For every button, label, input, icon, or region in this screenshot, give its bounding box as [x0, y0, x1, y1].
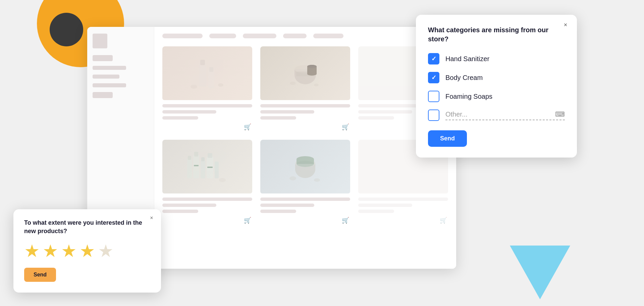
star-5[interactable]: ★	[98, 242, 114, 260]
svg-rect-3	[209, 67, 213, 72]
svg-point-4	[191, 85, 197, 89]
checkbox-row-foaming-soaps: Foaming Soaps	[428, 91, 565, 102]
svg-rect-25	[215, 162, 219, 178]
product-image-1	[162, 46, 252, 100]
product-price-line-6	[358, 210, 394, 213]
svg-rect-17	[187, 158, 192, 178]
categories-popup: × What categories are missing from our s…	[416, 15, 577, 158]
product-title-line-4	[162, 198, 252, 201]
svg-rect-1	[200, 60, 205, 65]
product-image-4	[162, 140, 252, 193]
checkbox-hand-sanitizer[interactable]	[428, 53, 439, 64]
add-to-cart-icon-5[interactable]: 🛒	[341, 216, 350, 225]
sidebar-logo-placeholder	[93, 34, 107, 48]
svg-rect-19	[193, 155, 199, 178]
star-1[interactable]: ★	[24, 242, 40, 260]
svg-rect-21	[201, 160, 205, 178]
product-subtitle-line-4	[162, 204, 216, 207]
svg-point-28	[219, 178, 226, 182]
store-main: 🛒	[154, 27, 456, 269]
add-to-cart-icon-6[interactable]: 🛒	[439, 216, 448, 225]
product-image-5	[260, 140, 350, 193]
svg-rect-24	[208, 153, 212, 158]
product-image-2	[260, 46, 350, 100]
keyboard-icon: ⌨	[555, 110, 565, 118]
other-input-wrap: Other... ⌨	[445, 110, 565, 120]
svg-rect-18	[188, 156, 191, 160]
svg-point-5	[218, 83, 223, 87]
star-3[interactable]: ★	[61, 242, 77, 260]
product-price-line-1	[162, 116, 198, 120]
other-option-row: Other... ⌨	[428, 110, 565, 121]
topbar-pill-3	[243, 34, 276, 38]
product-card-5: 🛒	[260, 140, 350, 225]
product-subtitle-line-2	[260, 110, 314, 114]
decorative-circle-inner	[50, 13, 83, 46]
product-title-line-6	[358, 198, 448, 201]
sidebar-item-1	[93, 55, 113, 61]
sidebar-item-3	[93, 75, 119, 79]
add-to-cart-icon-4[interactable]: 🛒	[243, 216, 252, 225]
product-price-line-3	[358, 116, 394, 120]
add-to-cart-icon-2[interactable]: 🛒	[341, 122, 350, 132]
rating-popup: × To what extent were you interested in …	[13, 209, 161, 293]
product-title-line-1	[162, 104, 252, 107]
checkbox-label-foaming-soaps: Foaming Soaps	[445, 93, 492, 100]
checkbox-label-hand-sanitizer: Hand Sanitizer	[445, 55, 489, 63]
checkbox-label-body-cream: Body Cream	[445, 74, 483, 82]
product-subtitle-line-3	[358, 110, 412, 114]
svg-rect-0	[199, 63, 206, 87]
topbar-pill-2	[209, 34, 236, 38]
svg-point-12	[314, 84, 319, 86]
product-card-4: 🛒	[162, 140, 252, 225]
product-price-line-4	[162, 210, 198, 213]
categories-popup-title: What categories are missing from our sto…	[428, 26, 565, 44]
decorative-triangle	[510, 246, 570, 299]
categories-popup-close[interactable]: ×	[561, 20, 570, 30]
sidebar-item-2	[93, 66, 126, 70]
rating-popup-close[interactable]: ×	[148, 214, 156, 222]
checkbox-body-cream[interactable]	[428, 72, 439, 83]
product-title-line-5	[260, 198, 350, 201]
sidebar-item-4	[93, 83, 126, 87]
topbar-pill-1	[162, 34, 203, 38]
checkbox-row-body-cream: Body Cream	[428, 72, 565, 83]
rating-send-button[interactable]: Send	[24, 268, 56, 282]
checkbox-other[interactable]	[428, 110, 439, 121]
product-card-1: 🛒	[162, 46, 252, 132]
add-to-cart-icon-1[interactable]: 🛒	[243, 122, 252, 132]
product-title-line-2	[260, 104, 350, 107]
star-4[interactable]: ★	[79, 242, 95, 260]
svg-rect-22	[201, 157, 205, 161]
product-subtitle-line-6	[358, 204, 412, 207]
svg-rect-26	[194, 165, 199, 166]
product-card-2: 🛒	[260, 46, 350, 132]
product-subtitle-line-5	[260, 204, 314, 207]
sidebar-item-5	[93, 92, 113, 98]
stars-rating-row[interactable]: ★ ★ ★ ★ ★	[24, 242, 150, 260]
svg-point-16	[307, 65, 317, 68]
product-subtitle-line-1	[162, 110, 216, 114]
svg-point-36	[314, 178, 320, 182]
svg-point-35	[289, 176, 296, 180]
svg-rect-2	[208, 70, 214, 88]
other-input-placeholder[interactable]: Other...	[445, 111, 468, 118]
svg-point-34	[297, 161, 314, 167]
topbar-pill-4	[283, 34, 307, 38]
topbar-pill-5	[313, 34, 343, 38]
rating-popup-title: To what extent were you interested in th…	[24, 219, 150, 235]
product-price-line-5	[260, 210, 296, 213]
product-price-line-2	[260, 116, 296, 120]
svg-point-11	[290, 82, 296, 85]
svg-rect-20	[194, 152, 198, 157]
svg-point-15	[307, 72, 317, 76]
svg-rect-27	[207, 167, 213, 168]
categories-send-button[interactable]: Send	[428, 130, 467, 147]
store-topbar	[162, 34, 448, 38]
star-2[interactable]: ★	[43, 242, 58, 260]
checkbox-foaming-soaps[interactable]	[428, 91, 439, 102]
checkbox-row-hand-sanitizer: Hand Sanitizer	[428, 53, 565, 64]
product-grid: 🛒	[162, 46, 448, 225]
